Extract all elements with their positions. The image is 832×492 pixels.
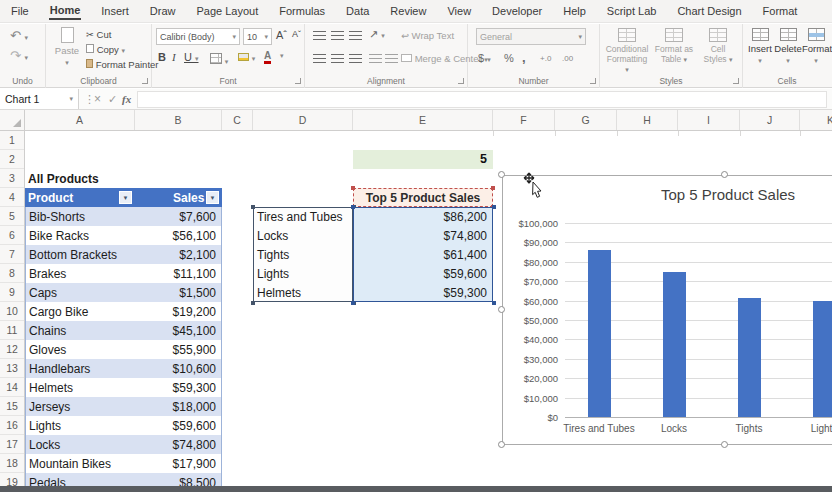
row-header-11[interactable]: 11: [0, 321, 24, 340]
chart-bar-lights[interactable]: [813, 301, 832, 417]
bold-button[interactable]: B: [158, 51, 166, 63]
row-header-16[interactable]: 16: [0, 416, 24, 435]
chart-title[interactable]: Top 5 Product Sales: [661, 186, 795, 203]
range-corner-handle[interactable]: [351, 301, 355, 305]
format-as-table-button[interactable]: Format asTable ▾: [652, 28, 696, 64]
range-corner-handle[interactable]: [351, 186, 355, 190]
align-center-icon[interactable]: [331, 54, 344, 63]
cancel-icon[interactable]: ×: [94, 89, 101, 109]
font-size-select[interactable]: 10▾: [243, 28, 272, 45]
menu-tab-data[interactable]: Data: [345, 3, 370, 19]
font-color-button[interactable]: A: [264, 50, 271, 64]
product-table-row[interactable]: Bike Racks$56,100: [25, 226, 222, 245]
product-table-row[interactable]: Chains$45,100: [25, 321, 222, 340]
range-corner-handle[interactable]: [491, 186, 495, 190]
enter-icon[interactable]: ✓: [108, 89, 117, 109]
cell-styles-button[interactable]: CellStyles ▾: [698, 28, 738, 64]
chart-bar-locks[interactable]: [663, 272, 686, 417]
align-right-icon[interactable]: [349, 54, 362, 63]
product-filter-button[interactable]: ▼: [119, 191, 132, 204]
increase-decimal-button[interactable]: +.0: [540, 54, 551, 63]
top5-values-range[interactable]: $86,200$74,800$61,400$59,600$59,300: [353, 207, 493, 302]
align-top-icon[interactable]: [313, 31, 326, 40]
menu-tab-home[interactable]: Home: [49, 2, 82, 20]
column-header-D[interactable]: D: [253, 110, 353, 130]
column-header-I[interactable]: I: [678, 110, 740, 130]
row-header-10[interactable]: 10: [0, 302, 24, 321]
number-format-select[interactable]: General▾: [476, 28, 586, 45]
align-left-icon[interactable]: [313, 54, 326, 63]
formula-input[interactable]: [137, 91, 827, 108]
column-header-C[interactable]: C: [222, 110, 253, 130]
decrease-decimal-button[interactable]: .00: [562, 54, 573, 63]
menu-tab-draw[interactable]: Draw: [149, 3, 177, 19]
menu-tab-script-lab[interactable]: Script Lab: [606, 3, 658, 19]
menu-tab-help[interactable]: Help: [562, 3, 587, 19]
column-header-A[interactable]: A: [25, 110, 135, 130]
font-family-select[interactable]: Calibri (Body)▾: [156, 28, 240, 45]
row-header-1[interactable]: 1: [0, 131, 24, 150]
conditional-formatting-button[interactable]: ConditionalFormatting ▾: [604, 28, 650, 74]
menu-tab-chart-design[interactable]: Chart Design: [676, 3, 742, 19]
product-table-row[interactable]: Cargo Bike$19,200: [25, 302, 222, 321]
undo-icon[interactable]: ↶ ▾: [10, 28, 28, 43]
wrap-text-button[interactable]: ↩ Wrap Text: [401, 30, 454, 41]
column-header-G[interactable]: G: [555, 110, 617, 130]
currency-button[interactable]: $ ▾: [478, 52, 491, 64]
chart-handle-top-left[interactable]: [498, 171, 505, 178]
paste-button[interactable]: Paste▾: [52, 27, 82, 67]
styles-dialog-launcher[interactable]: [733, 78, 739, 84]
chart-bar-tires-and-tubes[interactable]: [588, 250, 611, 417]
chart-handle-bottom-middle[interactable]: [721, 441, 728, 448]
font-color-dropdown[interactable]: ▾: [280, 52, 284, 60]
range-corner-handle[interactable]: [492, 301, 496, 305]
chart-handle-bottom-left[interactable]: [498, 441, 505, 448]
product-table-row[interactable]: Handlebars$10,600: [25, 359, 222, 378]
fx-icon[interactable]: fx: [122, 89, 131, 109]
row-header-17[interactable]: 17: [0, 435, 24, 454]
fill-color-button[interactable]: ▾: [238, 52, 255, 63]
column-header-E[interactable]: E: [353, 110, 493, 130]
comma-style-button[interactable]: ,: [522, 50, 526, 65]
chart-bar-tights[interactable]: [738, 298, 761, 417]
column-header-B[interactable]: B: [135, 110, 222, 130]
row-header-2[interactable]: 2: [0, 150, 24, 169]
font-dialog-launcher[interactable]: [295, 78, 301, 84]
chart-handle-top-middle[interactable]: [721, 171, 728, 178]
percent-button[interactable]: %: [504, 52, 514, 64]
row-header-12[interactable]: 12: [0, 340, 24, 359]
copy-button[interactable]: Copy ▾: [86, 44, 125, 55]
top5-labels-range[interactable]: Tires and TubesLocksTightsLightsHelmets: [253, 207, 353, 302]
row-header-8[interactable]: 8: [0, 264, 24, 283]
row-header-5[interactable]: 5: [0, 207, 24, 226]
menu-tab-view[interactable]: View: [446, 3, 472, 19]
insert-cells-button[interactable]: Insert▾: [746, 28, 774, 65]
align-bottom-icon[interactable]: [349, 31, 362, 40]
range-corner-handle[interactable]: [492, 205, 496, 209]
increase-indent-icon[interactable]: [385, 54, 398, 63]
align-middle-icon[interactable]: [331, 31, 344, 40]
row-header-15[interactable]: 15: [0, 397, 24, 416]
grow-font-button[interactable]: Aˆ: [276, 29, 287, 41]
product-table-row[interactable]: Locks$74,800: [25, 435, 222, 454]
format-painter-button[interactable]: Format Painter: [86, 59, 158, 70]
range-corner-handle[interactable]: [351, 205, 355, 209]
row-header-14[interactable]: 14: [0, 378, 24, 397]
delete-cells-button[interactable]: Delete▾: [774, 28, 802, 65]
row-header-18[interactable]: 18: [0, 454, 24, 473]
menu-tab-format[interactable]: Format: [762, 3, 799, 19]
product-table-row[interactable]: Jerseys$18,000: [25, 397, 222, 416]
product-table-row[interactable]: Bib-Shorts$7,600: [25, 207, 222, 226]
row-header-4[interactable]: 4: [0, 188, 24, 207]
borders-button[interactable]: ▾: [210, 53, 228, 66]
number-dialog-launcher[interactable]: [590, 78, 596, 84]
shrink-font-button[interactable]: Aˇ: [292, 29, 301, 39]
menu-tab-formulas[interactable]: Formulas: [278, 3, 326, 19]
product-table-row[interactable]: Helmets$59,300: [25, 378, 222, 397]
underline-button[interactable]: U ▾: [184, 51, 199, 63]
product-table-row[interactable]: Bottom Brackets$2,100: [25, 245, 222, 264]
product-table-row[interactable]: Brakes$11,100: [25, 264, 222, 283]
column-header-K[interactable]: K: [800, 110, 832, 130]
sales-filter-button[interactable]: ▼: [206, 191, 219, 204]
cell-all-products[interactable]: All Products: [28, 172, 99, 186]
